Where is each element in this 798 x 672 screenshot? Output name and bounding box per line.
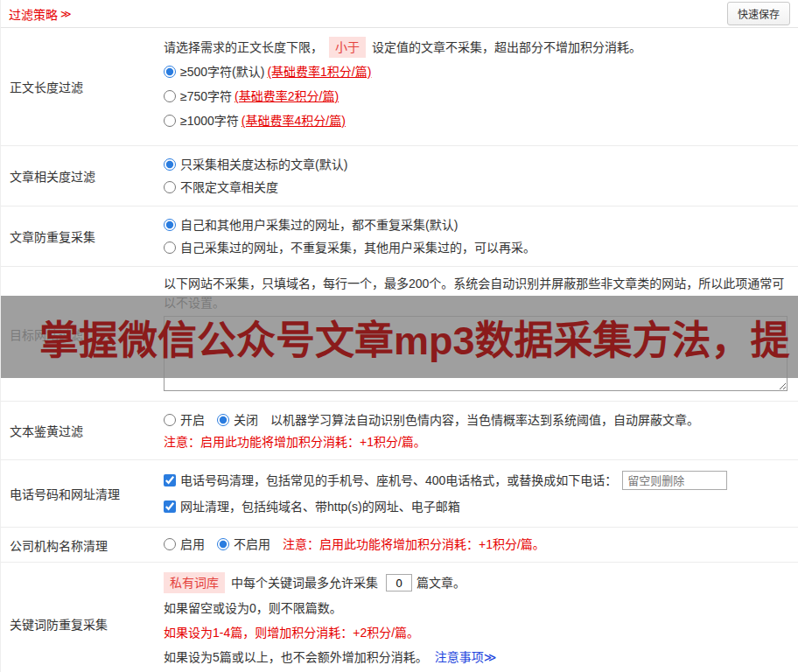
row-label-length-filter: 正文长度过滤 (1, 28, 164, 145)
keyword-line1-end: 篇文章。 (416, 573, 466, 592)
row-company-cleanup: 公司机构名称清理 启用 不启用 注意：启用此功能将增加积分消耗：+1积分/篇。 (1, 528, 798, 563)
row-phone-url-cleanup: 电话号码和网址清理 电话号码清理，包括常见的手机号、座机号、400电话格式，或替… (1, 460, 798, 528)
dedup-option-global[interactable]: 自己和其他用户采集过的网址，都不重复采集(默认) (164, 215, 458, 234)
phone-cleanup-checkbox[interactable] (164, 474, 176, 486)
dedup-radio-self[interactable] (164, 242, 176, 254)
phone-cleanup-option[interactable]: 电话号码清理，包括常见的手机号、座机号、400电话格式，或替换成如下电话： (164, 471, 617, 490)
length-option-1000[interactable]: ≥1000字符 (基础费率4积分/篇) (164, 111, 346, 130)
company-option-on[interactable]: 启用 (164, 535, 205, 554)
porn-option-off-label: 关闭 (234, 410, 258, 430)
dedup-option-self[interactable]: 自己采集过的网址，不重复采集，其他用户采集过的，可以再采。 (164, 238, 536, 257)
relevance-option-any-label: 不限定文章相关度 (180, 178, 278, 197)
porn-option-on[interactable]: 开启 (164, 410, 205, 430)
relevance-filter-content: 只采集相关度达标的文章(默认) 不限定文章相关度 (164, 146, 798, 206)
intro-highlight: 小于 (329, 37, 366, 58)
row-length-filter: 正文长度过滤 请选择需求的正文长度下限， 小于 设定值的文章不采集，超出部分不增… (1, 28, 798, 146)
length-option-750-label: ≥750字符 (180, 87, 232, 106)
length-filter-intro: 请选择需求的正文长度下限， 小于 设定值的文章不采集，超出部分不增加积分消耗。 (164, 35, 786, 60)
keyword-line3: 如果设为1-4篇，则增加积分消耗：+2积分/篇。 (164, 620, 786, 645)
dedup-filter-content: 自己和其他用户采集过的网址，都不重复采集(默认) 自己采集过的网址，不重复采集，… (164, 206, 798, 266)
keyword-line2: 如果留空或设为0，则不限篇数。 (164, 596, 786, 620)
porn-filter-description: 以机器学习算法自动识别色情内容，当色情概率达到系统阈值，自动屏蔽文章。 (270, 410, 699, 430)
filter-strategy-page: 过滤策略 ≫ 快速保存 正文长度过滤 请选择需求的正文长度下限， 小于 设定值的… (0, 0, 798, 672)
row-label-relevance-filter: 文章相关度过滤 (1, 146, 164, 206)
company-option-off[interactable]: 不启用 (217, 535, 270, 554)
relevance-radio-strict[interactable] (164, 158, 176, 171)
length-radio-500[interactable] (164, 66, 176, 78)
quick-save-button[interactable]: 快速保存 (727, 2, 790, 25)
keyword-count-input[interactable] (386, 574, 412, 592)
company-option-off-label: 不启用 (234, 535, 270, 554)
private-lexicon-badge: 私有词库 (164, 572, 225, 593)
company-option-on-label: 启用 (180, 535, 205, 554)
keyword-dedup-content: 私有词库 中每个关键词最多允许采集 篇文章。 如果留空或设为0，则不限篇数。 如… (164, 563, 798, 672)
length-option-500[interactable]: ≥500字符(默认) (基础费率1积分/篇) (164, 62, 371, 81)
notice-link[interactable]: 注意事项≫ (435, 648, 497, 667)
phone-cleanup-label: 电话号码清理，包括常见的手机号、座机号、400电话格式，或替换成如下电话： (180, 471, 617, 490)
row-porn-filter: 文本鉴黄过滤 开启 关闭 以机器学习算法自动识别色情内容，当色情概率达到系统阈值… (1, 402, 798, 460)
intro-before: 请选择需求的正文长度下限， (164, 38, 323, 57)
keyword-line1-mid: 中每个关键词最多允许采集 (231, 573, 378, 592)
relevance-option-strict-label: 只采集相关度达标的文章(默认) (180, 155, 347, 174)
length-radio-750[interactable] (164, 90, 176, 102)
phone-url-content: 电话号码清理，包括常见的手机号、座机号、400电话格式，或替换成如下电话： 网址… (164, 460, 798, 527)
chevron-double-icon: ≫ (60, 8, 72, 20)
porn-filter-note: 注意：启用此功能将增加积分消耗：+1积分/篇。 (164, 431, 786, 452)
watermark-banner-text: 掌握微信公众号文章mp3数据采集方法，提 (1, 309, 790, 366)
dedup-option-self-label: 自己采集过的网址，不重复采集，其他用户采集过的，可以再采。 (180, 238, 536, 257)
length-option-1000-fee: (基础费率4积分/篇) (242, 111, 346, 130)
page-title[interactable]: 过滤策略 ≫ (9, 5, 72, 23)
length-filter-content: 请选择需求的正文长度下限， 小于 设定值的文章不采集，超出部分不增加积分消耗。 … (164, 28, 798, 145)
row-relevance-filter: 文章相关度过滤 只采集相关度达标的文章(默认) 不限定文章相关度 (1, 146, 798, 206)
company-cleanup-note: 注意：启用此功能将增加积分消耗：+1积分/篇。 (283, 535, 545, 554)
length-option-500-fee: (基础费率1积分/篇) (267, 62, 371, 81)
url-cleanup-checkbox[interactable] (164, 500, 176, 513)
url-cleanup-label: 网址清理，包括纯域名、带http(s)的网址、电子邮箱 (180, 497, 460, 516)
porn-option-off[interactable]: 关闭 (217, 410, 258, 430)
length-radio-1000[interactable] (164, 115, 176, 127)
length-option-750[interactable]: ≥750字符 (基础费率2积分/篇) (164, 87, 339, 106)
porn-filter-content: 开启 关闭 以机器学习算法自动识别色情内容，当色情概率达到系统阈值，自动屏蔽文章… (164, 402, 798, 459)
row-label-company-cleanup: 公司机构名称清理 (1, 528, 164, 562)
row-label-keyword-dedup: 关键词防重复采集 (1, 563, 164, 672)
url-cleanup-option[interactable]: 网址清理，包括纯域名、带http(s)的网址、电子邮箱 (164, 497, 460, 516)
keyword-line4: 如果设为5篇或以上，也不会额外增加积分消耗。 (164, 648, 428, 667)
row-label-phone-url-cleanup: 电话号码和网址清理 (1, 460, 164, 527)
watermark-banner: 掌握微信公众号文章mp3数据采集方法，提 (1, 296, 798, 378)
length-option-1000-label: ≥1000字符 (180, 111, 239, 130)
row-label-porn-filter: 文本鉴黄过滤 (1, 402, 164, 459)
phone-replacement-input[interactable] (622, 471, 727, 490)
relevance-option-strict[interactable]: 只采集相关度达标的文章(默认) (164, 155, 347, 174)
relevance-radio-any[interactable] (164, 181, 176, 193)
porn-radio-on[interactable] (164, 414, 176, 426)
dedup-radio-global[interactable] (164, 219, 176, 231)
row-dedup-filter: 文章防重复采集 自己和其他用户采集过的网址，都不重复采集(默认) 自己采集过的网… (1, 206, 798, 267)
intro-after: 设定值的文章不采集，超出部分不增加积分消耗。 (372, 38, 641, 57)
topbar: 过滤策略 ≫ 快速保存 (1, 0, 798, 28)
page-title-text: 过滤策略 (9, 5, 58, 23)
company-radio-on[interactable] (164, 538, 176, 550)
length-option-500-label: ≥500字符(默认) (180, 62, 264, 81)
company-radio-off[interactable] (217, 538, 229, 550)
porn-option-on-label: 开启 (180, 410, 205, 430)
row-label-dedup-filter: 文章防重复采集 (1, 206, 164, 266)
dedup-option-global-label: 自己和其他用户采集过的网址，都不重复采集(默认) (180, 215, 458, 234)
row-keyword-dedup: 关键词防重复采集 私有词库 中每个关键词最多允许采集 篇文章。 如果留空或设为0… (1, 563, 798, 672)
porn-radio-off[interactable] (217, 414, 229, 426)
company-cleanup-content: 启用 不启用 注意：启用此功能将增加积分消耗：+1积分/篇。 (164, 528, 798, 562)
length-option-750-fee: (基础费率2积分/篇) (234, 87, 339, 106)
relevance-option-any[interactable]: 不限定文章相关度 (164, 178, 278, 197)
